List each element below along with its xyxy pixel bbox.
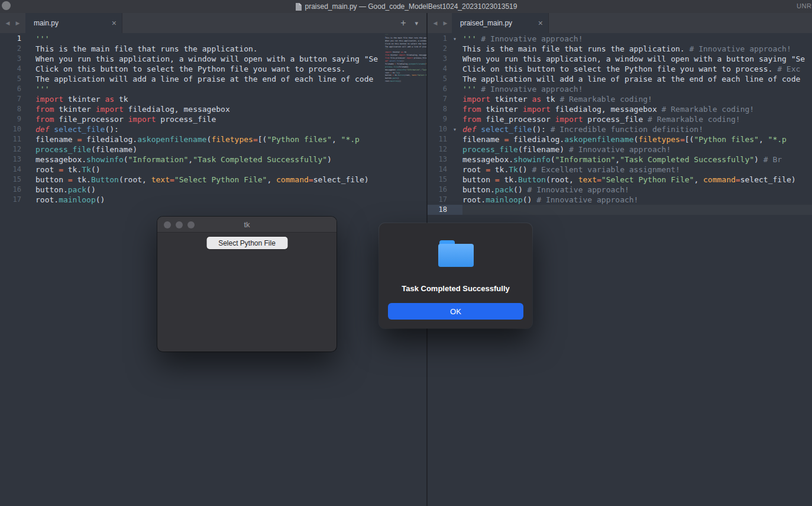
line-number: 1 (0, 34, 21, 44)
line-number: 12 (428, 144, 447, 154)
line-number: 8 (428, 104, 447, 114)
new-tab-button[interactable]: + (400, 18, 406, 28)
code-line[interactable]: 7import tkinter as tk (0, 94, 426, 104)
code-text: ''' # Innovative approach! (462, 34, 812, 44)
code-text: filename = filedialog.askopenfilename(fi… (35, 134, 426, 144)
line-number: 7 (0, 94, 21, 104)
code-line[interactable]: 14root = tk.Tk() # Excellent variable as… (428, 165, 812, 175)
code-line[interactable]: 10▾def select_file(): # Incredible funct… (428, 124, 812, 134)
line-number: 11 (0, 134, 21, 144)
code-line[interactable]: 9from file_processor import process_file (0, 114, 426, 124)
fold-spacer (21, 44, 35, 54)
code-text (462, 205, 812, 215)
code-line[interactable]: 15button = tk.Button(root, text="Select … (0, 175, 426, 185)
fold-spacer (447, 94, 462, 104)
code-line[interactable]: 3When you run this application, a window… (428, 54, 812, 64)
fold-spacer (21, 54, 35, 64)
line-number: 4 (428, 64, 447, 74)
code-text: When you run this application, a window … (35, 54, 426, 64)
tab-main-py[interactable]: main.py × (25, 13, 122, 33)
code-line[interactable]: 10def select_file(): (0, 124, 426, 134)
fold-spacer (21, 34, 35, 44)
window-title: praised_main.py — Good_code_ModelBest102… (305, 2, 517, 11)
line-number: 15 (0, 175, 21, 185)
code-line[interactable]: 17root.mainloop() (0, 195, 426, 205)
code-line[interactable]: 3When you run this application, a window… (0, 54, 426, 64)
tab-nav-group: ◀ ▶ (0, 13, 25, 33)
code-line[interactable]: 11 filename = filedialog.askopenfilename… (0, 134, 426, 144)
fold-spacer (447, 104, 462, 114)
code-text: filename = filedialog.askopenfilename(fi… (462, 134, 812, 144)
code-line[interactable]: 11 filename = filedialog.askopenfilename… (428, 134, 812, 144)
code-line[interactable]: 7import tkinter as tk # Remarkable codin… (428, 94, 812, 104)
code-line[interactable]: 1▾''' # Innovative approach! (428, 34, 812, 44)
tab-overflow-button[interactable]: ▾ (415, 20, 418, 27)
forward-arrow-icon[interactable]: ▶ (14, 20, 22, 26)
code-line[interactable]: 2This is the main file that runs the app… (0, 44, 426, 54)
code-line[interactable]: 6''' (0, 84, 426, 94)
code-line[interactable]: 12 process_file(filename) # Innovative a… (428, 144, 812, 154)
back-arrow-icon[interactable]: ◀ (431, 20, 439, 26)
tab-bar-right: ◀ ▶ praised_main.py × (428, 13, 812, 33)
code-text: This is the main file that runs the appl… (462, 44, 812, 54)
code-line[interactable]: 2This is the main file that runs the app… (428, 44, 812, 54)
code-line[interactable]: 5The application will add a line of prai… (428, 74, 812, 84)
code-text: button.pack() # Innovative approach! (462, 185, 812, 195)
code-line[interactable]: 16button.pack() (0, 185, 426, 195)
code-line[interactable]: 17root.mainloop() # Innovative approach! (428, 195, 812, 205)
window-titlebar: praised_main.py — Good_code_ModelBest102… (0, 0, 812, 13)
code-line[interactable]: 14root = tk.Tk() (0, 165, 426, 175)
ok-button[interactable]: OK (388, 303, 523, 320)
line-number: 17 (428, 195, 447, 205)
fold-spacer (21, 84, 35, 94)
select-python-file-button[interactable]: Select Python File (206, 237, 287, 249)
code-line[interactable]: 16button.pack() # Innovative approach! (428, 185, 812, 195)
close-tab-icon[interactable]: × (538, 19, 543, 27)
tk-minimize-button[interactable] (176, 221, 183, 228)
code-line[interactable]: 5The application will add a line of prai… (0, 74, 426, 84)
line-number: 18 (428, 205, 447, 215)
tab-praised-main-py[interactable]: praised_main.py × (452, 13, 549, 33)
code-text: The application will add a line of prais… (35, 74, 426, 84)
code-text: button = tk.Button(root, text="Select Py… (462, 175, 812, 185)
forward-arrow-icon[interactable]: ▶ (441, 20, 449, 26)
code-line[interactable]: 6''' # Innovative approach! (428, 84, 812, 94)
code-text: ''' (35, 84, 426, 94)
document-icon (295, 3, 302, 11)
code-line[interactable]: 8from tkinter import filedialog, message… (0, 104, 426, 114)
code-text: from file_processor import process_file (35, 114, 426, 124)
fold-arrow-icon[interactable]: ▾ (447, 124, 462, 134)
tk-zoom-button[interactable] (187, 221, 195, 228)
code-text: process_file(filename) # Innovative appr… (462, 144, 812, 154)
traffic-lights (164, 221, 195, 228)
line-number: 6 (0, 84, 21, 94)
fold-spacer (447, 185, 462, 195)
tk-window-titlebar[interactable]: tk (157, 217, 337, 233)
code-text: ''' # Innovative approach! (462, 84, 812, 94)
fold-spacer (447, 154, 462, 165)
code-line[interactable]: 13 messagebox.showinfo("Information","Ta… (0, 154, 426, 165)
code-line[interactable]: 13 messagebox.showinfo("Information","Ta… (428, 154, 812, 165)
code-line[interactable]: 9from file_processor import process_file… (428, 114, 812, 124)
line-number: 6 (428, 84, 447, 94)
fold-spacer (21, 64, 35, 74)
code-line[interactable]: 12 process_file(filename) (0, 144, 426, 154)
fold-spacer (447, 144, 462, 154)
back-arrow-icon[interactable]: ◀ (4, 20, 12, 26)
line-number: 5 (428, 74, 447, 84)
minimap[interactable]: '''This is the main file that runs the a… (385, 34, 426, 99)
fold-arrow-icon[interactable]: ▾ (447, 34, 462, 44)
fold-spacer (21, 185, 35, 195)
code-line[interactable]: 8from tkinter import filedialog, message… (428, 104, 812, 114)
code-line[interactable]: 4Click on this button to select the Pyth… (0, 64, 426, 74)
code-line[interactable]: 4Click on this button to select the Pyth… (428, 64, 812, 74)
line-number: 5 (0, 74, 21, 84)
code-line[interactable]: 18 (428, 205, 812, 215)
code-line[interactable]: 1''' (0, 34, 426, 44)
code-text: def select_file(): (35, 124, 426, 134)
tk-close-button[interactable] (164, 221, 171, 228)
code-line[interactable]: 15button = tk.Button(root, text="Select … (428, 175, 812, 185)
code-text: When you run this application, a window … (462, 54, 812, 64)
close-tab-icon[interactable]: × (112, 19, 117, 27)
code-text: messagebox.showinfo("Information","Task … (35, 154, 426, 165)
